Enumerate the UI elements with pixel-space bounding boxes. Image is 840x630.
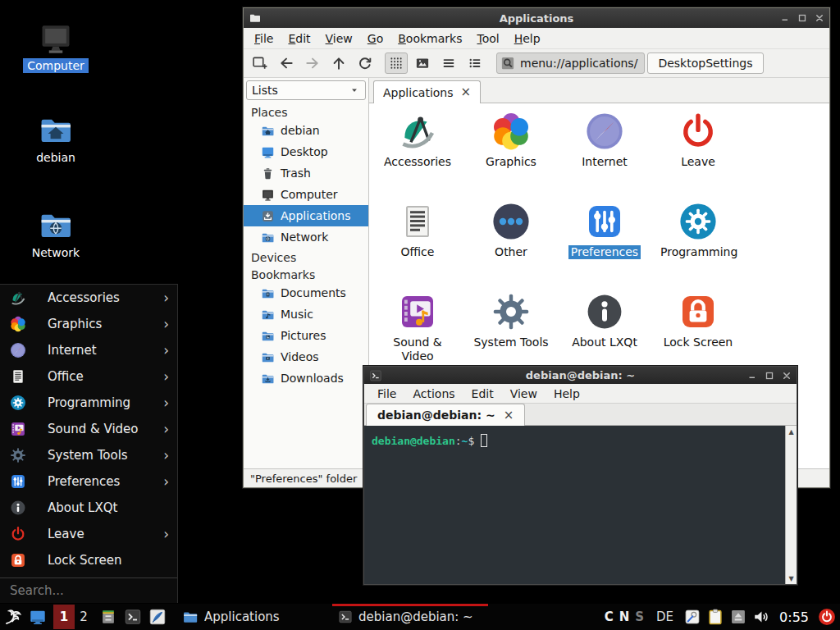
detail-view-button[interactable] — [463, 52, 486, 74]
desktop-icon-network[interactable]: Network — [13, 207, 98, 260]
menu-item-system-tools[interactable]: System Tools› — [0, 442, 177, 468]
power-button[interactable] — [818, 608, 836, 626]
sidebar-item-videos[interactable]: Videos — [244, 346, 368, 368]
path-sibling-button[interactable]: DesktopSettings — [647, 52, 763, 74]
menu-file[interactable]: File — [247, 32, 281, 45]
menu-item-accessories[interactable]: Accessories› — [0, 285, 177, 311]
app-item-accessories[interactable]: Accessories — [371, 108, 464, 199]
quicklaunch-filemanager[interactable] — [96, 604, 121, 630]
menu-item-about-lxqt[interactable]: About LXQt — [0, 495, 177, 521]
terminal-tab[interactable]: debian@debian: ~ × — [366, 404, 525, 426]
sidebar-item-downloads[interactable]: Downloads — [244, 368, 368, 389]
menu-item-office[interactable]: Office› — [0, 363, 177, 390]
new-tab-button[interactable] — [249, 52, 272, 74]
menu-item-sound-video[interactable]: Sound & Video› — [0, 416, 177, 442]
desktop-icon-computer[interactable]: Computer — [13, 20, 98, 73]
menu-item-preferences[interactable]: Preferences› — [0, 468, 177, 495]
menu-bookmarks[interactable]: Bookmarks — [390, 32, 469, 45]
menu-search-input[interactable]: Search... — [0, 578, 177, 603]
sidebar-item-pictures[interactable]: Pictures — [244, 325, 368, 346]
menu-view[interactable]: View — [318, 32, 360, 45]
keyboard-layout[interactable]: DE — [656, 609, 673, 624]
app-item-other[interactable]: Other — [464, 199, 558, 289]
forward-button[interactable] — [301, 52, 324, 74]
quicklaunch-editor[interactable] — [145, 604, 170, 630]
sidebar-item-music[interactable]: Music — [244, 304, 368, 325]
icon-view-button[interactable] — [385, 52, 408, 74]
menu-help[interactable]: Help — [507, 32, 548, 45]
system-tools-icon — [491, 292, 531, 331]
menu-tool[interactable]: Tool — [469, 32, 506, 45]
sidebar-item-computer[interactable]: Computer — [244, 184, 368, 205]
scroll-down-icon[interactable]: ▼ — [788, 573, 793, 584]
close-button[interactable] — [815, 13, 824, 23]
task-applications[interactable]: Applications — [176, 604, 332, 630]
sidebar-item-network[interactable]: Network — [244, 226, 368, 248]
desktop-icon-debian[interactable]: debian — [13, 112, 98, 165]
submenu-arrow-icon: › — [163, 290, 169, 306]
thumbnail-view-button[interactable] — [411, 52, 434, 74]
back-icon — [278, 55, 294, 71]
applications-icon — [261, 209, 275, 223]
tab-applications[interactable]: Applications × — [373, 80, 481, 103]
minimize-button[interactable] — [747, 371, 757, 381]
minimize-button[interactable] — [780, 13, 790, 23]
clock[interactable]: 0:55 — [779, 609, 809, 625]
menu-actions[interactable]: Actions — [404, 387, 463, 400]
menu-item-internet[interactable]: Internet› — [0, 337, 177, 363]
sidebar-item-documents[interactable]: Documents — [244, 282, 368, 304]
menu-edit[interactable]: Edit — [463, 387, 502, 400]
app-item-preferences[interactable]: Preferences — [558, 199, 651, 289]
start-menu-button[interactable] — [0, 604, 25, 630]
path-segment[interactable]: menu://applications/ — [496, 52, 645, 74]
close-button[interactable] — [782, 371, 792, 381]
computer-icon — [261, 188, 275, 202]
sidebar-mode-combo[interactable]: Lists — [246, 80, 366, 100]
fm-titlebar[interactable]: Applications — [244, 8, 829, 28]
sidebar-item-trash[interactable]: Trash — [244, 162, 368, 184]
app-item-leave[interactable]: Leave — [651, 108, 745, 199]
terminal-prompt: debian@debian:~$ — [364, 426, 487, 584]
terminal-titlebar[interactable]: debian@debian: ~ — [364, 367, 797, 384]
eject-tray-icon[interactable] — [730, 609, 746, 625]
task-terminal[interactable]: debian@debian: ~ — [332, 604, 488, 630]
list-view-button[interactable] — [437, 52, 460, 74]
tab-close-icon[interactable]: × — [461, 86, 472, 98]
app-item-internet[interactable]: Internet — [558, 108, 651, 199]
tab-close-icon[interactable]: × — [504, 408, 514, 422]
terminal-menubar: File Actions Edit View Help — [364, 384, 797, 403]
maximize-button[interactable] — [765, 371, 774, 381]
menu-edit[interactable]: Edit — [281, 32, 317, 45]
up-button[interactable] — [327, 52, 350, 74]
sidebar-item-desktop[interactable]: Desktop — [244, 141, 368, 162]
reload-button[interactable] — [354, 52, 377, 74]
workspace-1-button[interactable]: 1 — [53, 605, 75, 629]
menu-item-leave[interactable]: Leave› — [0, 521, 177, 547]
menu-item-programming[interactable]: Programming› — [0, 390, 177, 416]
sidebar-item-applications[interactable]: Applications — [244, 205, 368, 226]
app-item-office[interactable]: Office — [371, 199, 464, 289]
workspace-2-button[interactable]: 2 — [75, 609, 93, 624]
sidebar-item-debian[interactable]: debian — [244, 120, 368, 141]
screenshot-tray-icon[interactable] — [684, 609, 701, 625]
app-item-programming[interactable]: Programming — [651, 199, 745, 289]
scroll-up-icon[interactable]: ▲ — [788, 426, 793, 437]
menu-help[interactable]: Help — [546, 387, 588, 400]
menu-file[interactable]: File — [369, 387, 404, 400]
menu-go[interactable]: Go — [360, 32, 390, 45]
clipboard-tray-icon[interactable] — [706, 608, 724, 626]
desktop-icon — [29, 608, 47, 626]
menu-item-graphics[interactable]: Graphics› — [0, 311, 177, 337]
quicklaunch-terminal[interactable] — [121, 604, 145, 630]
office-icon — [398, 202, 437, 241]
volume-icon[interactable] — [752, 608, 770, 626]
menu-view[interactable]: View — [502, 387, 546, 400]
back-button[interactable] — [275, 52, 298, 74]
terminal-scrollbar[interactable]: ▲ ▼ — [785, 426, 797, 584]
menu-item-lock-screen[interactable]: Lock Screen — [0, 547, 177, 573]
internet-icon — [10, 342, 26, 358]
show-desktop-button[interactable] — [25, 604, 49, 630]
maximize-button[interactable] — [797, 13, 807, 23]
terminal-screen[interactable]: debian@debian:~$ ▲ ▼ — [364, 426, 797, 584]
app-item-graphics[interactable]: Graphics — [464, 108, 558, 199]
